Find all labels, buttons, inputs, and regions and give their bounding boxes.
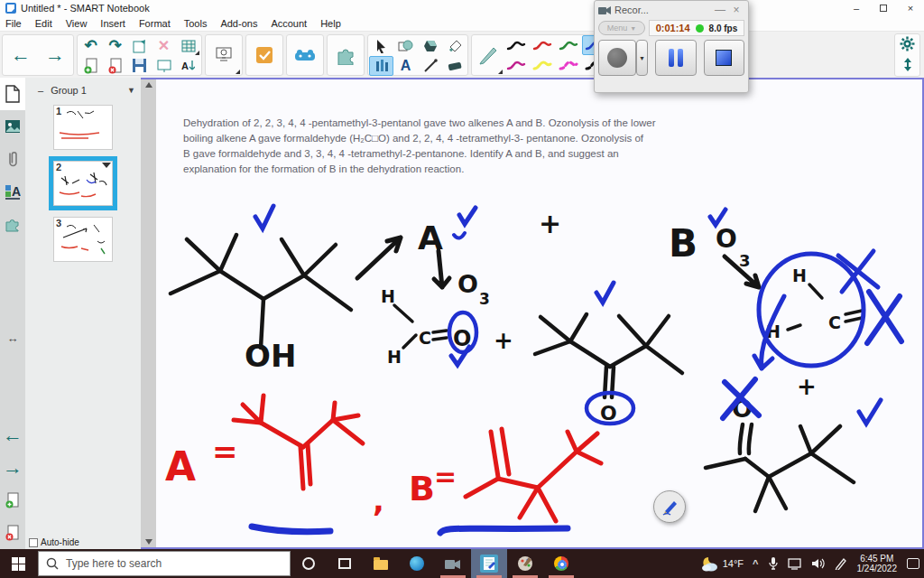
- floating-pen-button[interactable]: [653, 490, 686, 523]
- recorder-taskbar-button[interactable]: [435, 549, 471, 578]
- vertical-scrollbar[interactable]: [141, 79, 156, 547]
- ketone-structure-drawing[interactable]: [535, 314, 682, 397]
- page-thumbnail-2[interactable]: 2: [53, 161, 113, 206]
- menu-account[interactable]: Account: [271, 18, 307, 29]
- minimize-button[interactable]: –: [843, 0, 870, 16]
- restore-button[interactable]: [870, 0, 897, 16]
- autohide-checkbox[interactable]: [29, 538, 38, 547]
- whiteboard-canvas[interactable]: Dehydration of 2, 2, 3, 4, 4 -pentamethy…: [156, 79, 922, 547]
- formaldehyde-drawing[interactable]: H H C O: [381, 286, 471, 367]
- toolbar-move-button[interactable]: [895, 55, 919, 75]
- close-button[interactable]: ×: [897, 0, 924, 16]
- forward-button[interactable]: →: [38, 35, 72, 75]
- back-button[interactable]: ←: [4, 35, 38, 75]
- display-tray-button[interactable]: [783, 549, 807, 578]
- sort-button[interactable]: A: [176, 56, 200, 76]
- ozonolysis-a-arrow[interactable]: [434, 251, 449, 287]
- chrome-button[interactable]: [543, 549, 579, 578]
- menu-insert[interactable]: Insert: [100, 18, 125, 29]
- table-button[interactable]: [176, 36, 200, 56]
- alkene-b-label[interactable]: B: [669, 221, 698, 266]
- paint-app-button[interactable]: [507, 549, 543, 578]
- pen-yellow[interactable]: [530, 55, 554, 75]
- menu-view[interactable]: View: [66, 18, 88, 29]
- pentanone-structure-drawing[interactable]: [706, 424, 854, 511]
- menu-tools[interactable]: Tools: [184, 18, 208, 29]
- text-tool[interactable]: A: [393, 56, 418, 76]
- autohide-control[interactable]: Auto-hide: [29, 537, 79, 547]
- page-back-button[interactable]: ←: [0, 419, 25, 452]
- tab-properties[interactable]: A: [0, 175, 25, 208]
- recorder-title-bar[interactable]: Recor... — ×: [595, 1, 748, 19]
- arrow-to-a[interactable]: [357, 238, 401, 278]
- tab-gallery[interactable]: [0, 110, 25, 143]
- add-page-button[interactable]: [79, 56, 103, 76]
- menu-help[interactable]: Help: [320, 18, 341, 29]
- cortana-button[interactable]: [291, 549, 327, 578]
- page-thumbnail-1[interactable]: 1: [53, 105, 113, 150]
- add-page-button-bottom[interactable]: [0, 484, 25, 517]
- page-forward-button[interactable]: →: [0, 452, 25, 484]
- taskbar-clock[interactable]: 6:45 PM 1/24/2022: [852, 554, 903, 573]
- scroll-down-icon[interactable]: [145, 539, 152, 545]
- task-view-button[interactable]: [327, 549, 363, 578]
- screen-shade-button[interactable]: [152, 56, 176, 76]
- answer-b-structure-drawing[interactable]: [466, 429, 601, 521]
- page-thumbnail-3[interactable]: 3: [53, 217, 113, 262]
- smart-blocks-button[interactable]: [288, 35, 322, 75]
- volume-tray-button[interactable]: [807, 549, 830, 578]
- pen-black[interactable]: [504, 35, 528, 55]
- measure-tool[interactable]: [369, 56, 393, 76]
- pause-button[interactable]: [655, 40, 697, 76]
- record-button[interactable]: [598, 40, 636, 76]
- blue-annotations[interactable]: [252, 206, 901, 533]
- page-menu-arrow[interactable]: [102, 163, 111, 168]
- undo-button[interactable]: ↶: [79, 36, 103, 56]
- ink-drawing-layer[interactable]: OH A + O 3 H H: [156, 79, 921, 545]
- group-dropdown-icon[interactable]: ▼: [127, 86, 135, 95]
- start-button[interactable]: [0, 549, 36, 578]
- fill-tool[interactable]: [442, 36, 467, 56]
- recorder-menu-dropdown[interactable]: Menu ▼: [598, 21, 645, 35]
- smart-notebook-taskbar-button[interactable]: [471, 549, 507, 578]
- manipulatives-button[interactable]: [328, 35, 363, 75]
- answer-a-label[interactable]: A: [165, 443, 196, 489]
- tab-attachments[interactable]: [0, 143, 25, 175]
- eraser-tool[interactable]: [442, 56, 467, 76]
- answer-b-label[interactable]: B: [409, 469, 435, 508]
- answer-a-structure-drawing[interactable]: [234, 396, 363, 489]
- pen-pink-dashed[interactable]: [556, 55, 580, 75]
- assessment-button[interactable]: [247, 35, 282, 75]
- menu-file[interactable]: File: [5, 18, 22, 29]
- edge-button[interactable]: [399, 549, 435, 578]
- settings-button[interactable]: [895, 34, 919, 54]
- recorder-minimize-button[interactable]: —: [712, 4, 728, 16]
- microphone-tray-button[interactable]: [763, 549, 783, 578]
- menu-format[interactable]: Format: [139, 18, 171, 29]
- group-header[interactable]: – Group 1 ▼: [25, 78, 141, 99]
- select-tool[interactable]: [369, 36, 393, 56]
- tray-expand-button[interactable]: ^: [748, 549, 762, 578]
- record-options-button[interactable]: ▼: [636, 40, 648, 76]
- menu-edit[interactable]: Edit: [35, 18, 52, 29]
- notification-center-button[interactable]: [902, 549, 924, 578]
- panel-resize-handle[interactable]: ↔: [0, 322, 25, 354]
- pen-green[interactable]: [556, 35, 580, 55]
- pen-tray-button[interactable]: [830, 549, 852, 578]
- delete-page-button-bottom[interactable]: [0, 517, 25, 549]
- pen-magenta[interactable]: [504, 55, 528, 75]
- delete-page-button[interactable]: [103, 56, 127, 76]
- file-explorer-button[interactable]: [363, 549, 399, 578]
- stop-button[interactable]: [704, 40, 745, 76]
- line-tool[interactable]: [418, 56, 442, 76]
- polygon-tool[interactable]: [418, 36, 442, 56]
- alcohol-structure-drawing[interactable]: [171, 235, 351, 348]
- delete-button[interactable]: ✕: [152, 36, 176, 56]
- scroll-up-icon[interactable]: [145, 82, 152, 88]
- pen-tool[interactable]: [473, 35, 504, 75]
- recorder-close-button[interactable]: ×: [728, 4, 744, 16]
- taskbar-search-input[interactable]: Type here to search: [38, 551, 291, 576]
- weather-widget[interactable]: 14°F: [695, 549, 748, 578]
- menu-addons[interactable]: Add-ons: [220, 18, 257, 29]
- tab-page-sorter[interactable]: [0, 78, 25, 110]
